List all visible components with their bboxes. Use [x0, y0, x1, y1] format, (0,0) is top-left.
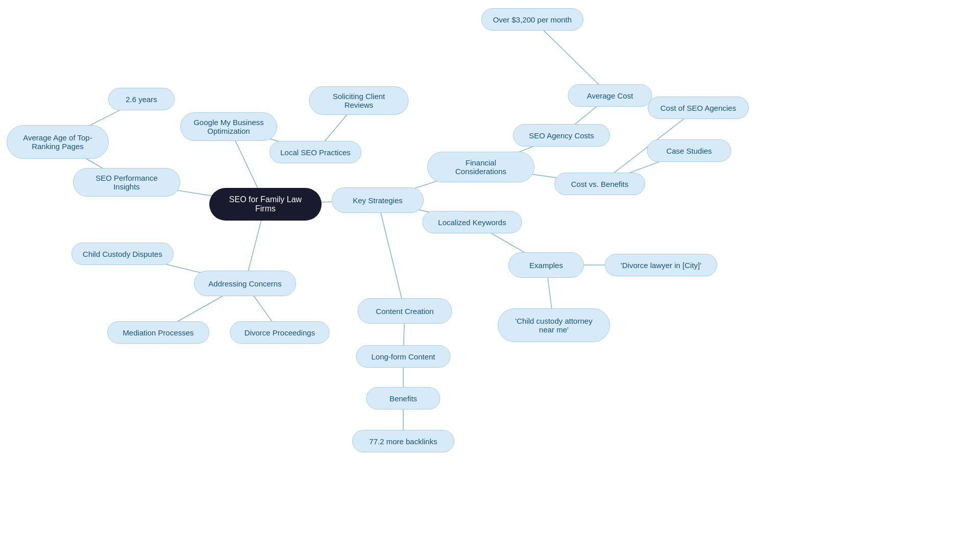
- connections-svg: [0, 0, 980, 553]
- node-n_google_biz[interactable]: Google My Business Optimization: [180, 112, 277, 141]
- node-n_over3200[interactable]: Over $3,200 per month: [481, 8, 583, 31]
- node-n_backlinks[interactable]: 77.2 more backlinks: [352, 430, 454, 452]
- node-n_cost_seo_agencies[interactable]: Cost of SEO Agencies: [648, 97, 749, 119]
- svg-line-18: [378, 200, 405, 311]
- node-n_child_custody[interactable]: Child Custody Disputes: [71, 243, 174, 265]
- node-n_benefits[interactable]: Benefits: [366, 387, 440, 410]
- node-n_financial[interactable]: Financial Considerations: [427, 152, 534, 182]
- node-n_avg_cost[interactable]: Average Cost: [568, 84, 652, 107]
- node-n_examples[interactable]: Examples: [508, 252, 584, 278]
- mind-map-container: SEO for Family Law Firms2.6 yearsAverage…: [0, 0, 980, 553]
- node-n_avg_age[interactable]: Average Age of Top-Ranking Pages: [7, 125, 109, 159]
- node-n_case_studies[interactable]: Case Studies: [647, 139, 731, 162]
- node-n_divorce_lawyer[interactable]: 'Divorce lawyer in [City]': [605, 254, 717, 276]
- node-n_local_seo[interactable]: Local SEO Practices: [270, 141, 361, 163]
- node-n_cost_vs_ben[interactable]: Cost vs. Benefits: [554, 173, 645, 195]
- node-n_mediation[interactable]: Mediation Processes: [107, 321, 209, 344]
- node-n_key_strat[interactable]: Key Strategies: [332, 187, 424, 213]
- node-n_26years[interactable]: 2.6 years: [108, 88, 175, 110]
- node-n_seo_agency_costs[interactable]: SEO Agency Costs: [513, 124, 610, 147]
- node-n_addressing[interactable]: Addressing Concerns: [194, 271, 296, 296]
- node-n_localized_kw[interactable]: Localized Keywords: [423, 211, 522, 233]
- node-n_seo_perf[interactable]: SEO Performance Insights: [73, 168, 180, 197]
- node-n_divorce_proc[interactable]: Divorce Proceedings: [230, 321, 330, 344]
- node-center[interactable]: SEO for Family Law Firms: [209, 188, 322, 221]
- node-n_longform[interactable]: Long-form Content: [356, 345, 451, 368]
- node-n_child_custody_atty[interactable]: 'Child custody attorney near me': [498, 308, 610, 342]
- node-n_soliciting[interactable]: Soliciting Client Reviews: [309, 86, 409, 115]
- node-n_content_creation[interactable]: Content Creation: [358, 298, 452, 324]
